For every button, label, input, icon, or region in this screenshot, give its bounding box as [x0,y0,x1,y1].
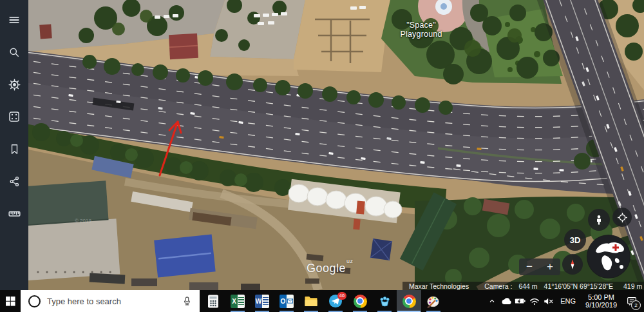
file-explorer-icon [304,295,318,307]
search-placeholder: Type here to search [47,297,182,306]
battery-charging-icon [515,297,526,305]
taskbar-calculator-button[interactable] [201,290,225,312]
excel-icon: X [231,295,245,308]
imagery-credit: Maxar Technologies [409,282,469,290]
volume-tray-button[interactable] [542,290,556,312]
taskbar-paint-button[interactable] [421,290,446,312]
tray-time: 5:00 PM [585,293,617,301]
word-icon: W [255,295,269,308]
compass-needle-icon [567,258,578,270]
taskbar-outlook-button[interactable]: O [274,290,299,312]
feeling-lucky-button[interactable] [0,101,28,133]
notification-count-badge: 2 [631,300,641,310]
language-indicator[interactable]: ENG [556,297,580,305]
start-button[interactable] [0,290,21,312]
pegman-icon [593,214,605,226]
calculator-icon [207,295,219,308]
3d-view-button[interactable]: 3D [564,229,586,251]
speaker-muted-icon [544,297,554,306]
satellite-imagery[interactable] [28,0,644,290]
taskbar-chrome-active-button[interactable] [397,290,421,312]
search-icon [8,46,21,59]
place-label-space-playground: "Space" Playground [379,21,463,39]
map-viewport[interactable]: "Space" Playground Googleuz © 2019 3D [28,0,644,290]
zoom-in-button[interactable]: + [540,258,560,275]
wifi-tray-button[interactable] [527,290,542,312]
battery-tray-button[interactable] [513,290,527,312]
my-location-icon [617,212,628,223]
voyager-button[interactable] [0,68,28,101]
measure-button[interactable] [0,197,28,229]
onedrive-cloud-icon [500,297,512,306]
chrome-icon [402,295,416,308]
camera-altitude: 644 m [518,282,537,290]
tray-date: 9/10/2019 [585,301,617,309]
earth-status-bar: Maxar Technologies Camera : 644 m 41°16'… [402,282,644,290]
chevron-up-icon [488,297,496,305]
wifi-icon [529,297,540,306]
blue-gem-app-icon [378,295,392,308]
outlook-icon: O [279,295,294,308]
telegram-unread-badge: 46 [337,292,346,300]
dice-icon [8,110,21,123]
taskbar-app-icons: X W O [201,290,446,312]
action-center-button[interactable]: 2 [622,290,641,312]
microphone-icon[interactable] [182,296,192,306]
menu-button[interactable] [0,4,28,36]
imagery-copyright: © 2019 [75,218,91,224]
taskbar-excel-button[interactable]: X [225,290,250,312]
taskbar-search-input[interactable]: Type here to search [21,290,200,312]
bookmark-icon [8,143,21,155]
search-button[interactable] [0,36,28,68]
ground-elevation: 419 m [623,282,642,290]
cortana-icon [28,295,41,307]
globe-overview-button[interactable] [587,235,630,278]
camera-label: Camera : [484,282,512,290]
taskbar-chrome-button[interactable] [348,290,372,312]
share-icon [8,175,21,188]
globe-icon [587,235,630,278]
taskbar-file-explorer-button[interactable] [299,290,323,312]
my-location-button[interactable] [612,208,632,227]
windows-logo-icon [6,297,15,306]
google-watermark: Googleuz [307,262,353,275]
desktop: "Space" Playground Googleuz © 2019 3D [0,0,644,312]
paint-icon [426,295,440,308]
taskbar-word-button[interactable]: W [250,290,274,312]
ship-wheel-icon [8,78,21,92]
windows-taskbar: Type here to search X [0,290,644,312]
onedrive-tray-button[interactable] [499,290,513,312]
projects-button[interactable] [0,133,28,165]
taskbar-blue-gem-app-button[interactable] [372,290,397,312]
chrome-icon [354,295,367,308]
coordinates: 41°16'05"N 69°15'28"E [544,282,613,290]
zoom-out-button[interactable]: − [519,258,540,275]
show-hidden-icons-button[interactable] [485,290,499,312]
3d-label: 3D [570,235,581,245]
menu-icon [8,14,21,26]
compass[interactable] [562,254,583,275]
taskbar-telegram-button[interactable]: 46 [323,290,348,312]
zoom-control: − + [519,258,560,275]
pegman-streetview-button[interactable] [588,209,610,231]
earth-sidebar [0,0,28,290]
share-button[interactable] [0,165,28,197]
taskbar-clock[interactable]: 5:00 PM 9/10/2019 [580,293,622,309]
ruler-icon [8,207,21,220]
system-tray: ENG 5:00 PM 9/10/2019 2 [485,290,641,312]
region-code: uz [346,258,354,264]
